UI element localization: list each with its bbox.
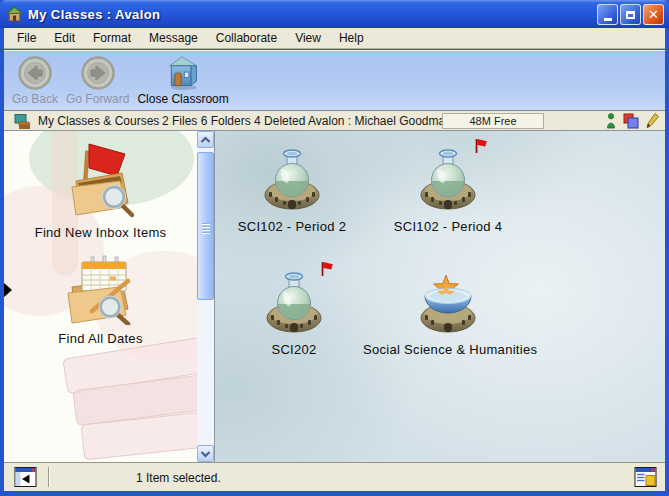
flask-classroom-icon	[262, 269, 326, 335]
toggle-left-panel-icon[interactable]	[14, 467, 37, 487]
class-item-sci102-period2[interactable]: SCI102 - Period 2	[207, 146, 377, 234]
close-button[interactable]: ✕	[643, 4, 664, 25]
back-arrow-icon	[17, 55, 53, 91]
find-all-dates[interactable]: Find All Dates	[4, 253, 197, 346]
bowl-starfish-classroom-icon	[416, 269, 480, 335]
classroom-canvas[interactable]: SCI102 - Period 2	[214, 131, 665, 462]
toggle-right-panel-icon[interactable]	[634, 467, 657, 487]
status-bar: 1 Item selected.	[4, 462, 665, 491]
class-item-label: SCI102 - Period 2	[207, 219, 377, 234]
menu-collaborate[interactable]: Collaborate	[207, 29, 286, 47]
layers-icon[interactable]	[623, 113, 639, 129]
sidebar-collapse-handle[interactable]	[4, 283, 12, 297]
menu-format[interactable]: Format	[84, 29, 140, 47]
calendar-folder-search-icon	[61, 253, 141, 325]
free-space-indicator: 48M Free	[442, 113, 544, 129]
flask-classroom-icon	[416, 146, 480, 212]
new-items-flag-icon	[474, 138, 488, 154]
class-item-sci102-period4[interactable]: SCI102 - Period 4	[363, 146, 533, 234]
app-icon	[6, 6, 23, 23]
selection-status: 1 Item selected.	[136, 471, 221, 485]
close-classroom-button[interactable]: Close Classroom	[133, 54, 232, 107]
window-title: My Classes : Avalon	[28, 7, 160, 22]
close-classroom-label-spacer: Go Forward	[66, 92, 129, 106]
find-sidebar: Find New Inbox Items	[4, 131, 197, 462]
menu-help[interactable]: Help	[330, 29, 373, 47]
breadcrumb: My Classes & Courses	[38, 114, 159, 128]
pencil-icon[interactable]	[646, 113, 659, 129]
minimize-button[interactable]	[597, 4, 618, 25]
class-item-social-science[interactable]: Social Science & Humanities	[363, 269, 533, 357]
person-icon[interactable]	[606, 113, 616, 129]
flask-classroom-icon	[260, 146, 324, 212]
close-classroom-label: Close Classroom	[137, 92, 228, 106]
status-separator	[48, 467, 50, 487]
classroom-desk-icon	[14, 113, 31, 130]
folder-stats: 2 Files 6 Folders 4 Deleted	[162, 114, 305, 128]
chevron-up-icon	[200, 136, 211, 144]
menu-view[interactable]: View	[286, 29, 330, 47]
account-info: Avalon : Michael Goodman	[308, 114, 452, 128]
menu-edit[interactable]: Edit	[45, 29, 84, 47]
go-back-button[interactable]: Go Back	[8, 54, 62, 107]
menu-file[interactable]: File	[8, 29, 45, 47]
class-item-label: SCI102 - Period 4	[363, 219, 533, 234]
forward-arrow-icon	[80, 55, 116, 91]
find-new-inbox-items[interactable]: Find New Inbox Items	[4, 139, 197, 240]
flag-folder-search-icon	[63, 139, 139, 219]
menu-message[interactable]: Message	[140, 29, 207, 47]
maximize-button[interactable]	[620, 4, 641, 25]
menu-bar: File Edit Format Message Collaborate Vie…	[4, 28, 665, 49]
info-bar: My Classes & Courses 2 Files 6 Folders 4…	[4, 110, 665, 131]
go-forward-button[interactable]: Go Forward	[62, 54, 133, 107]
class-item-label: Social Science & Humanities	[363, 342, 533, 357]
title-bar[interactable]: My Classes : Avalon ✕	[0, 0, 669, 28]
scroll-down-button[interactable]	[197, 445, 214, 462]
find-all-dates-label: Find All Dates	[4, 331, 197, 346]
new-items-flag-icon	[320, 261, 334, 277]
chevron-down-icon	[200, 450, 211, 458]
class-item-label: SCI202	[209, 342, 379, 357]
app-window: My Classes : Avalon ✕ File Edit Format M…	[0, 0, 669, 496]
class-item-sci202[interactable]: SCI202	[209, 269, 379, 357]
go-back-label: Go Back	[12, 92, 58, 106]
schoolhouse-icon	[165, 55, 201, 91]
find-new-inbox-items-label: Find New Inbox Items	[4, 225, 197, 240]
toolbar: Go Back Go Forward Close Classroom	[4, 50, 665, 110]
